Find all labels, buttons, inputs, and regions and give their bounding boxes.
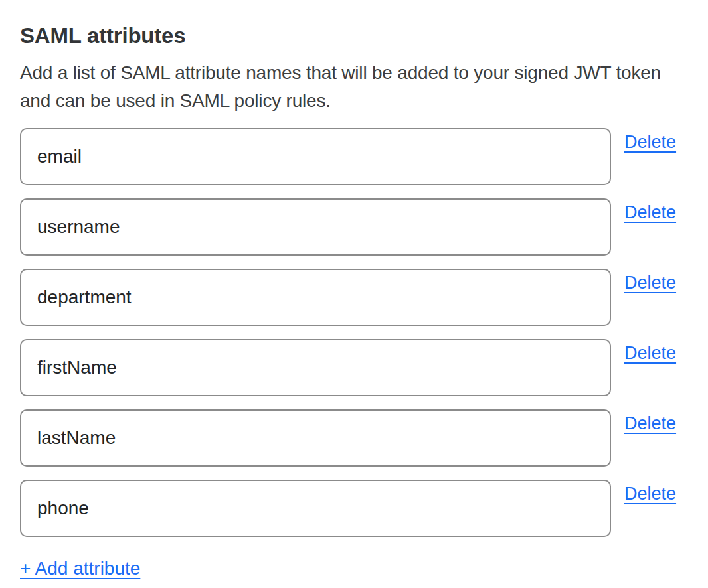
attribute-input-username[interactable] xyxy=(20,198,611,256)
attribute-row: Delete xyxy=(20,480,708,537)
section-title: SAML attributes xyxy=(20,23,708,49)
delete-attribute-link[interactable]: Delete xyxy=(624,272,676,293)
attribute-input-phone[interactable] xyxy=(20,480,611,537)
attribute-list: Delete Delete Delete Delete Delete Delet… xyxy=(20,128,708,537)
attribute-row: Delete xyxy=(20,128,708,185)
delete-attribute-link[interactable]: Delete xyxy=(624,483,676,504)
delete-attribute-link[interactable]: Delete xyxy=(624,413,676,434)
delete-attribute-link[interactable]: Delete xyxy=(624,131,676,153)
attribute-input-email[interactable] xyxy=(20,128,611,185)
add-attribute-link[interactable]: + Add attribute xyxy=(20,557,140,580)
attribute-input-department[interactable] xyxy=(20,269,611,326)
attribute-row: Delete xyxy=(20,198,708,256)
attribute-row: Delete xyxy=(20,269,708,326)
attribute-input-lastname[interactable] xyxy=(20,409,611,467)
attribute-row: Delete xyxy=(20,409,708,467)
attribute-input-firstname[interactable] xyxy=(20,339,611,396)
delete-attribute-link[interactable]: Delete xyxy=(624,342,676,364)
saml-attributes-section: SAML attributes Add a list of SAML attri… xyxy=(0,0,708,588)
section-description: Add a list of SAML attribute names that … xyxy=(20,59,692,115)
attribute-row: Delete xyxy=(20,339,708,396)
delete-attribute-link[interactable]: Delete xyxy=(624,202,676,223)
